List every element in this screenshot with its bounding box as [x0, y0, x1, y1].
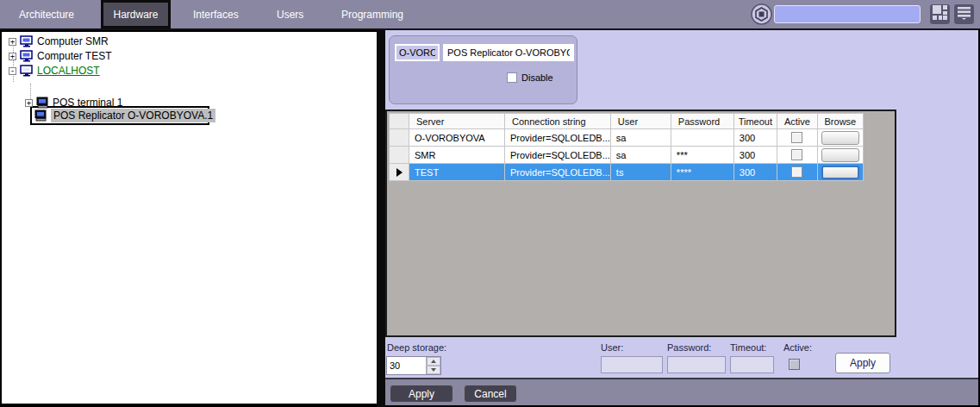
disable-checkbox[interactable]	[507, 72, 517, 83]
active-cell	[777, 147, 817, 164]
timeout-label: Timeout:	[730, 342, 766, 353]
timeout-cell[interactable]: 300	[733, 164, 777, 181]
connection-cell[interactable]: Provider=SQLOLEDB...	[505, 129, 611, 147]
row-selector-cell[interactable]	[390, 147, 409, 164]
user-cell[interactable]: ts	[610, 164, 671, 181]
password-input[interactable]	[667, 356, 726, 373]
table-header-row: Server Connection string User Password T…	[390, 114, 864, 129]
tree-item-computer-smr[interactable]: + Computer SMR	[9, 34, 109, 48]
user-label: User:	[601, 342, 623, 353]
column-header-connection[interactable]: Connection string	[505, 114, 611, 129]
tree-item-label: POS terminal 1	[53, 97, 122, 109]
connection-cell[interactable]: Provider=SQLOLEDB...	[505, 147, 611, 164]
browse-button[interactable]	[821, 148, 859, 162]
browse-button[interactable]	[821, 131, 859, 145]
menubar: Architecture Hardware Interfaces Users P…	[0, 0, 980, 30]
menu-item-architecture[interactable]: Architecture	[19, 9, 74, 21]
connection-cell[interactable]: Provider=SQLOLEDB...	[505, 164, 611, 181]
timeout-cell[interactable]: 300	[733, 147, 777, 164]
active-label: Active:	[783, 342, 812, 353]
layout-grid-button[interactable]	[929, 3, 951, 25]
object-editor-panel: Disable	[389, 35, 577, 104]
search-input[interactable]	[774, 5, 921, 23]
column-header-timeout[interactable]: Timeout	[733, 114, 777, 129]
current-row-arrow-icon	[396, 168, 403, 177]
browse-button[interactable]	[821, 166, 859, 179]
layout-grid-icon	[932, 4, 948, 24]
servers-grid-area: Server Connection string User Password T…	[385, 110, 896, 337]
computer-icon	[20, 50, 34, 62]
tree-item-label: LOCALHOST	[37, 65, 100, 77]
menu-item-hardware-label: Hardware	[113, 9, 158, 21]
apply-button[interactable]: Apply	[390, 385, 453, 403]
column-header-server[interactable]: Server	[409, 114, 505, 129]
menu-item-hardware[interactable]: Hardware	[101, 0, 171, 28]
expand-icon[interactable]: +	[9, 38, 16, 46]
down-arrow-icon	[431, 368, 436, 372]
collapse-icon[interactable]: -	[9, 67, 16, 75]
deep-storage-spinner	[386, 356, 441, 375]
timeout-input[interactable]	[730, 356, 774, 373]
server-apply-button[interactable]: Apply	[835, 353, 890, 373]
tree-item-pos-terminal[interactable]: + POS terminal 1	[25, 96, 122, 110]
table-row-selected[interactable]: TEST Provider=SQLOLEDB... ts **** 300	[390, 164, 864, 181]
deep-storage-input[interactable]	[387, 357, 426, 374]
table-row[interactable]: SMR Provider=SQLOLEDB... sa *** 300	[390, 147, 864, 164]
object-id-field[interactable]	[395, 44, 440, 61]
pos-terminal-icon	[34, 110, 47, 122]
up-arrow-icon	[431, 360, 436, 363]
column-header-browse[interactable]: Browse	[817, 114, 863, 129]
password-cell[interactable]: ***	[671, 147, 733, 164]
active-checkbox[interactable]	[791, 132, 802, 143]
tree-item-localhost[interactable]: - LOCALHOST	[9, 64, 100, 78]
spinner-up-button[interactable]	[427, 357, 440, 366]
menu-list-button[interactable]	[953, 3, 975, 25]
password-cell[interactable]	[671, 129, 733, 147]
computer-icon	[20, 65, 34, 77]
row-selector-cell[interactable]	[390, 129, 409, 147]
browse-cell	[817, 147, 863, 164]
computer-icon	[20, 35, 34, 47]
settings-gear-icon[interactable]	[751, 3, 772, 25]
user-cell[interactable]: sa	[610, 147, 671, 164]
menu-item-programming[interactable]: Programming	[341, 9, 403, 21]
user-input[interactable]	[601, 356, 663, 373]
panel-divider	[377, 30, 385, 407]
expand-icon[interactable]: +	[9, 53, 16, 60]
expand-icon[interactable]: +	[25, 99, 33, 107]
footer-bar: Apply Cancel	[385, 378, 978, 405]
tree-item-label: Computer SMR	[37, 35, 109, 47]
column-header-password[interactable]: Password	[671, 114, 733, 129]
active-checkbox[interactable]	[791, 149, 802, 160]
cancel-button[interactable]: Cancel	[464, 385, 517, 403]
menu-list-icon	[957, 5, 971, 23]
tree-item-computer-test[interactable]: + Computer TEST	[9, 49, 111, 63]
tree-item-label: POS Replicator O-VOROBYOVA.1	[51, 109, 215, 122]
user-cell[interactable]: sa	[610, 129, 671, 147]
active-checkbox[interactable]	[791, 166, 802, 178]
menu-item-interfaces[interactable]: Interfaces	[193, 9, 239, 21]
browse-cell	[817, 164, 863, 181]
column-header-user[interactable]: User	[610, 114, 671, 129]
browse-cell	[817, 129, 863, 147]
deep-storage-label: Deep storage:	[387, 342, 446, 353]
timeout-cell[interactable]: 300	[733, 129, 777, 147]
server-cell[interactable]: TEST	[409, 164, 505, 181]
object-name-field[interactable]	[443, 44, 574, 61]
server-cell[interactable]: O-VOROBYOVA	[409, 129, 505, 147]
row-selector-header	[390, 114, 409, 129]
active-cell	[777, 164, 817, 181]
disable-label: Disable	[521, 72, 553, 83]
active-form-checkbox[interactable]	[789, 359, 800, 370]
hardware-tree: + Computer SMR + Co	[2, 32, 377, 404]
table-row[interactable]: O-VOROBYOVA Provider=SQLOLEDB... sa 300	[390, 129, 864, 147]
row-selector-cell[interactable]	[390, 164, 409, 181]
column-header-active[interactable]: Active	[777, 114, 817, 129]
spinner-down-button[interactable]	[427, 366, 440, 374]
server-cell[interactable]: SMR	[409, 147, 505, 164]
menu-item-users[interactable]: Users	[277, 9, 303, 21]
active-cell	[777, 129, 817, 147]
settings-panel: Disable Server Connection string User Pa…	[385, 30, 978, 405]
password-cell[interactable]: ****	[671, 164, 733, 181]
app-window: Architecture Hardware Interfaces Users P…	[0, 0, 980, 407]
